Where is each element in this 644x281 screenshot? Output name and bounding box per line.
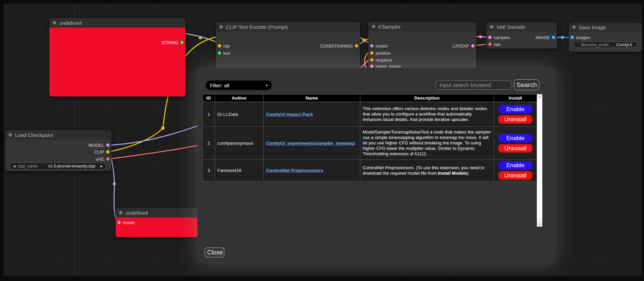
node-title-bar[interactable]: KSampler <box>368 22 476 31</box>
scroll-up-icon[interactable]: ▲ <box>537 94 542 99</box>
node-collapse-dot-icon[interactable] <box>119 211 122 214</box>
slot-label: positive <box>376 51 391 56</box>
extension-link[interactable]: ComfyUI_experiments/sampler_tonemap <box>266 141 355 146</box>
cell-description: ControlNet Preprocessors. (To use this e… <box>360 160 494 181</box>
input-slot-model[interactable]: model <box>370 43 387 49</box>
app-window: undefined STRING CLIP Text Encode (Promp… <box>0 0 644 281</box>
output-dot-image[interactable] <box>552 36 555 39</box>
node-collapse-dot-icon[interactable] <box>219 25 223 29</box>
output-dot-conditioning[interactable] <box>355 44 358 48</box>
output-slot-image[interactable]: IMAGE <box>535 34 555 40</box>
input-slot-clip[interactable]: clip <box>218 43 230 49</box>
node-undefined-bottom[interactable]: undefined model <box>116 208 197 237</box>
output-slot-conditioning[interactable]: CONDITIONING <box>320 43 358 49</box>
input-dot-text[interactable] <box>218 51 221 55</box>
node-collapse-dot-icon[interactable] <box>9 133 12 137</box>
node-collapse-dot-icon[interactable] <box>572 25 576 29</box>
output-slot-latent[interactable]: LATENT <box>452 43 475 49</box>
extension-link[interactable]: ControlNet Preprocessors <box>266 168 323 173</box>
node-vae-decode[interactable]: VAE Decode samples vae IMAGE <box>486 22 557 49</box>
node-undefined-top[interactable]: undefined STRING <box>49 18 185 96</box>
node-title-bar[interactable]: VAE Decode <box>486 22 557 31</box>
node-ksampler[interactable]: KSampler model positive negative latent_… <box>368 22 476 70</box>
output-slot-string[interactable]: STRING <box>162 39 184 46</box>
slot-label: MODEL <box>88 143 104 148</box>
node-collapse-dot-icon[interactable] <box>53 21 56 24</box>
node-title-bar[interactable]: undefined <box>49 18 185 28</box>
input-dot-vae[interactable] <box>488 42 492 46</box>
input-dot-images[interactable] <box>571 36 574 39</box>
output-dot-vae[interactable] <box>106 157 110 161</box>
uninstall-button[interactable]: Uninstall <box>498 115 532 124</box>
node-save-image[interactable]: Save Image images filename_prefix ComfyU… <box>569 23 642 52</box>
node-title: undefined <box>59 20 82 26</box>
output-dot-string[interactable] <box>180 41 184 44</box>
input-slot-vae[interactable]: vae <box>488 41 501 47</box>
node-title-bar[interactable]: Load Checkpoint <box>5 130 111 140</box>
cell-author: comfyanonymous <box>215 127 264 160</box>
slot-label: CONDITIONING <box>320 43 353 49</box>
node-body: model <box>116 217 197 237</box>
uninstall-button[interactable]: Uninstall <box>498 144 532 153</box>
decrement-arrow-icon[interactable]: ◀ <box>13 164 15 168</box>
widget-name: filename_prefix <box>581 42 609 47</box>
search-button[interactable]: Search <box>514 79 540 90</box>
extension-link[interactable]: ComfyUI Impact Pack <box>266 112 313 117</box>
widget-value[interactable]: ComfyUI <box>616 42 632 47</box>
enable-button[interactable]: Enable <box>498 161 532 170</box>
uninstall-button[interactable]: Uninstall <box>498 171 532 180</box>
output-dot-clip[interactable] <box>106 150 110 154</box>
output-slot-model[interactable]: MODEL <box>88 142 110 148</box>
ckpt-name-widget[interactable]: ◀ ckpt_name v1-5-pruned-emaonly.ckpt ▶ <box>10 162 106 170</box>
input-dot-negative[interactable] <box>370 58 374 62</box>
node-title: Save Image <box>579 24 606 30</box>
node-load-checkpoint[interactable]: Load Checkpoint MODEL CLIP VAE ◀ ckpt_na… <box>5 130 111 171</box>
input-slot-text[interactable]: text <box>218 50 230 56</box>
node-title-bar[interactable]: CLIP Text Encode (Prompt) <box>216 22 360 32</box>
table-header-row: ID Author Name Description Install <box>203 94 537 102</box>
node-title: Load Checkpoint <box>15 132 53 138</box>
input-slot-samples[interactable]: samples <box>488 34 510 40</box>
node-collapse-dot-icon[interactable] <box>490 25 493 29</box>
description-text: This extension offers various detector n… <box>363 106 487 122</box>
widget-name: ckpt_name <box>18 164 38 169</box>
cell-id: 1 <box>203 102 215 127</box>
search-input[interactable] <box>436 81 511 90</box>
output-slot-clip[interactable]: CLIP <box>94 149 110 155</box>
enable-button[interactable]: Enable <box>498 105 532 113</box>
widget-value[interactable]: v1-5-pruned-emaonly.ckpt <box>48 164 96 169</box>
input-slot-images[interactable]: images <box>571 34 590 40</box>
input-slot-negative[interactable]: negative <box>370 57 392 63</box>
filename-prefix-widget[interactable]: filename_prefix ComfyUI <box>574 41 638 48</box>
slot-label: samples <box>494 35 510 40</box>
node-title: KSampler <box>378 24 401 30</box>
filter-select[interactable]: Filter: all ▾ <box>206 81 272 90</box>
slot-label: text <box>223 51 230 56</box>
increment-arrow-icon[interactable]: ▶ <box>100 164 103 168</box>
input-dot-clip[interactable] <box>218 44 221 48</box>
cell-id: 2 <box>203 127 215 160</box>
slot-label: images <box>576 35 590 40</box>
output-dot-model[interactable] <box>106 143 110 147</box>
node-collapse-dot-icon[interactable] <box>372 25 375 28</box>
node-title: CLIP Text Encode (Prompt) <box>226 24 288 30</box>
slot-label: CLIP <box>94 150 104 155</box>
node-title-bar[interactable]: undefined <box>116 208 197 217</box>
scrollbar-thumb[interactable] <box>537 99 542 218</box>
scroll-down-icon[interactable]: ▼ <box>537 222 542 227</box>
input-slot-model[interactable]: model <box>117 219 135 226</box>
extension-table-container: ID Author Name Description Install 1 Dr.… <box>202 94 542 227</box>
close-button[interactable]: Close <box>204 247 225 258</box>
cell-description: ModelSamplerTonemapNoiseTest a node that… <box>360 127 494 160</box>
input-dot-samples[interactable] <box>488 36 492 39</box>
node-title-bar[interactable]: Save Image <box>569 23 642 32</box>
input-dot-model[interactable] <box>370 44 374 48</box>
input-slot-positive[interactable]: positive <box>370 50 391 56</box>
enable-button[interactable]: Enable <box>498 134 532 142</box>
input-dot-positive[interactable] <box>370 51 374 55</box>
slot-label: VAE <box>96 157 104 162</box>
output-slot-vae[interactable]: VAE <box>96 156 110 162</box>
input-dot-model[interactable] <box>117 221 121 224</box>
output-dot-latent[interactable] <box>471 44 475 48</box>
table-scrollbar[interactable]: ▲ ▼ <box>537 94 542 227</box>
